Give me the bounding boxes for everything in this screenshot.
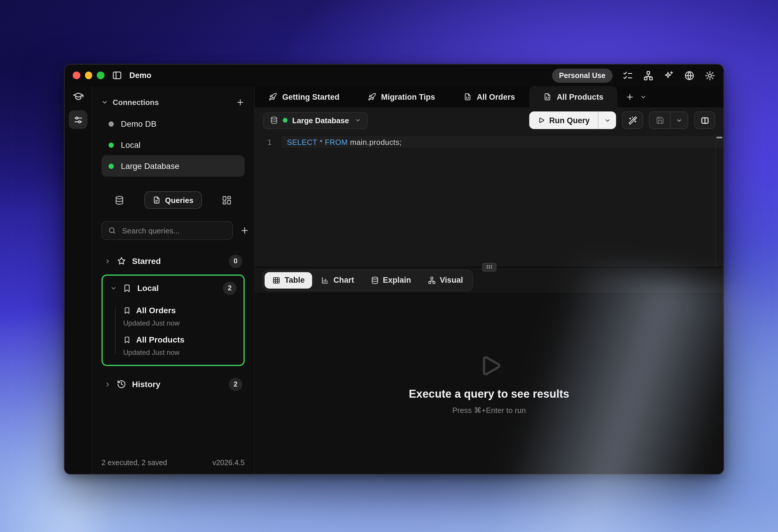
results-tab-label: Chart (333, 276, 355, 284)
group-local-header[interactable]: Local 2 (107, 278, 239, 298)
minimize-window-button[interactable] (85, 72, 92, 79)
selected-database-label: Large Database (292, 116, 349, 125)
table-icon (272, 276, 281, 284)
connections-label: Connections (113, 98, 159, 106)
group-history[interactable]: History 2 (101, 374, 245, 394)
tab-migration-tips[interactable]: Migration Tips (354, 86, 449, 107)
database-icon (270, 116, 278, 124)
star-icon (117, 256, 126, 266)
learn-graduation-cap-icon[interactable] (72, 91, 84, 102)
ai-sparkles-icon[interactable] (664, 70, 674, 81)
search-queries-box[interactable] (101, 221, 233, 240)
bookmark-icon (123, 336, 131, 343)
main-area: Getting Started Migration Tips All Order… (255, 86, 723, 474)
chevron-down-icon (355, 117, 361, 123)
tab-getting-started[interactable]: Getting Started (255, 86, 354, 107)
tab-all-orders[interactable]: All Orders (449, 86, 529, 107)
results-tab-chart[interactable]: Chart (314, 272, 362, 288)
results-tab-explain[interactable]: Explain (363, 272, 419, 288)
results-view-switcher: Table Chart Explain (262, 270, 473, 291)
database-icon[interactable] (114, 195, 125, 205)
tab-all-products[interactable]: All Products (529, 86, 618, 107)
run-query-split-button: Run Query (529, 111, 616, 129)
database-selector[interactable]: Large Database (263, 112, 368, 129)
save-button[interactable] (649, 112, 670, 128)
connection-name: Demo DB (121, 119, 156, 128)
connection-name: Large Database (121, 161, 179, 171)
tab-queries[interactable]: Queries (145, 191, 202, 209)
line-number: 1 (255, 138, 282, 146)
sql-code: SELECT * FROM main.products; (282, 136, 723, 148)
globe-icon[interactable] (684, 70, 695, 81)
query-item-all-products[interactable]: All Products Updated Just now (107, 335, 239, 357)
layout-grid-icon[interactable] (222, 195, 232, 205)
tab-label: Getting Started (282, 92, 339, 101)
sidebar: Connections Demo DB Local (92, 86, 255, 474)
results-tabbar: Table Chart Explain (255, 267, 723, 293)
zoom-window-button[interactable] (97, 72, 104, 79)
add-connection-button[interactable] (236, 98, 245, 106)
schema-hierarchy-icon[interactable] (643, 70, 653, 81)
new-tab-button[interactable] (618, 86, 640, 107)
sql-editor[interactable]: 1 SELECT * FROM main.products; (255, 133, 723, 267)
file-code-icon (463, 93, 471, 101)
save-icon (656, 116, 664, 124)
status-dot-green (108, 142, 114, 148)
license-badge[interactable]: Personal Use (552, 68, 613, 82)
checklist-icon[interactable] (623, 70, 633, 81)
results-tab-table[interactable]: Table (264, 272, 312, 288)
editor-scrollbar-marker (716, 137, 722, 139)
save-split-button (649, 111, 688, 129)
app-version: v2026.4.5 (212, 459, 245, 467)
add-query-button[interactable] (240, 226, 249, 235)
connection-name: Local (121, 140, 141, 150)
connection-item-demo-db[interactable]: Demo DB (101, 113, 245, 134)
window-body: Connections Demo DB Local (65, 86, 723, 474)
status-dot-gray (108, 121, 114, 126)
play-icon (537, 116, 545, 124)
app-window: Demo Personal Use (64, 64, 724, 474)
file-code-icon (543, 93, 551, 101)
document-icon (153, 196, 161, 204)
editor-tabstrip: Getting Started Migration Tips All Order… (255, 86, 723, 107)
connection-item-local[interactable]: Local (101, 134, 245, 156)
bar-chart-icon (321, 276, 329, 284)
format-magic-wand-button[interactable] (622, 111, 643, 129)
history-icon (117, 379, 126, 389)
tab-list-chevron-icon[interactable] (640, 86, 647, 107)
editor-scrollbar-track[interactable] (715, 133, 716, 267)
search-row (101, 221, 245, 240)
bookmark-icon (123, 306, 131, 314)
history-count-badge: 2 (229, 377, 242, 391)
settings-sliders-icon[interactable] (69, 110, 87, 129)
query-stats: 2 executed, 2 saved (101, 459, 167, 467)
results-tab-visual[interactable]: Visual (420, 272, 471, 288)
titlebar: Demo Personal Use (65, 65, 723, 86)
group-starred[interactable]: Starred 0 (101, 251, 245, 271)
query-name: All Products (136, 335, 184, 344)
gear-icon[interactable] (705, 70, 715, 81)
search-queries-input[interactable] (121, 226, 227, 236)
sidebar-toggle-icon[interactable] (112, 70, 122, 80)
pane-splitter[interactable] (255, 267, 723, 267)
sidebar-statusbar: 2 executed, 2 saved v2026.4.5 (101, 453, 245, 467)
run-options-chevron[interactable] (599, 111, 616, 129)
sql-star: * (319, 138, 323, 146)
close-window-button[interactable] (73, 72, 80, 79)
starred-count-badge: 0 (229, 254, 242, 268)
split-panel-columns-button[interactable] (694, 111, 715, 129)
empty-state-title: Execute a query to see results (409, 388, 569, 401)
drag-grip-icon[interactable] (482, 262, 496, 271)
run-query-button[interactable]: Run Query (529, 111, 598, 129)
sidebar-mode-switcher: Queries (101, 191, 245, 209)
results-panel: Execute a query to see results Press ⌘+E… (255, 293, 723, 474)
query-item-all-orders[interactable]: All Orders Updated Just now (107, 305, 239, 327)
play-icon (475, 353, 503, 381)
connections-header[interactable]: Connections (101, 96, 245, 108)
connection-item-large-database[interactable]: Large Database (101, 156, 245, 177)
sql-keyword: SELECT (287, 138, 317, 146)
query-name: All Orders (136, 305, 176, 315)
chevron-right-icon (104, 258, 111, 264)
query-updated: Updated Just now (123, 348, 239, 357)
save-options-chevron[interactable] (671, 112, 688, 128)
